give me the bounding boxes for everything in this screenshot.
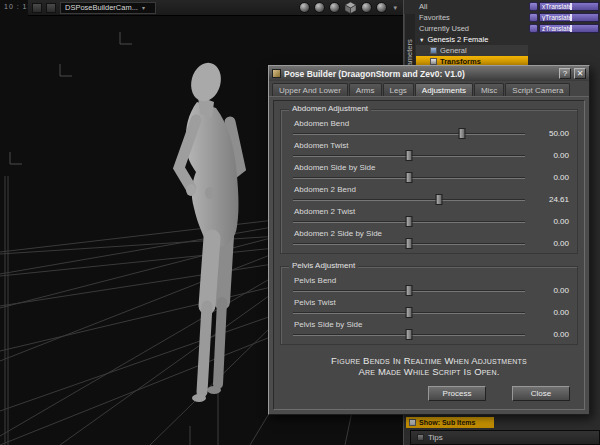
figure-mannequin-icon xyxy=(179,59,240,402)
slider-handle[interactable] xyxy=(406,329,413,340)
show-sub-items-button[interactable]: Show: Sub Items xyxy=(406,417,494,428)
slider-value[interactable]: 0.00 xyxy=(527,217,569,226)
pelvis-twist-slider: Pelvis Twist 0.00 xyxy=(287,298,571,320)
parameters-nav: All Favorites Currently Used ▼ Genesis 2… xyxy=(416,1,528,67)
slider-handle[interactable] xyxy=(570,3,572,10)
pelvis-bend-slider: Pelvis Bend 0.00 xyxy=(287,276,571,298)
close-window-button[interactable]: ✕ xyxy=(574,68,586,79)
slider-value[interactable]: 0.00 xyxy=(527,330,569,339)
toolbar-overflow-icon[interactable]: ▾ xyxy=(391,4,399,12)
slider-handle[interactable] xyxy=(406,172,413,183)
slider-handle[interactable] xyxy=(406,307,413,318)
nav-item-general[interactable]: General xyxy=(416,45,528,56)
tab-script-camera[interactable]: Script Camera xyxy=(505,83,570,96)
dialog-tabs: Upper And Lower Arms Legs Adjustments Mi… xyxy=(269,81,589,97)
nav-item-currently-used[interactable]: Currently Used xyxy=(416,23,528,34)
z-translate-icon xyxy=(529,24,538,33)
dialog-title: Pose Builder (DraagonStorm and Zev0: V1.… xyxy=(284,69,556,79)
slider-handle[interactable] xyxy=(459,128,466,139)
view-cube-icon[interactable] xyxy=(344,1,357,14)
close-button[interactable]: Close xyxy=(512,386,570,401)
nav-item-all[interactable]: All xyxy=(416,1,528,12)
y-translate-slider[interactable]: yTranslate xyxy=(529,12,599,23)
tab-misc[interactable]: Misc xyxy=(474,83,504,96)
tab-adjustments[interactable]: Adjustments xyxy=(415,83,473,96)
abdomen-2-side-by-side-slider: Abdomen 2 Side by Side 0.00 xyxy=(287,229,571,251)
slider-value[interactable]: 0.00 xyxy=(527,239,569,248)
slider-handle[interactable] xyxy=(406,150,413,161)
y-translate-icon xyxy=(529,13,538,22)
slider-handle[interactable] xyxy=(436,194,443,205)
toolbar-pane-icon[interactable] xyxy=(32,3,42,13)
translate-sliders: xTranslate yTranslate zTranslate xyxy=(529,1,599,34)
nav-item-genesis-2-female[interactable]: ▼ Genesis 2 Female xyxy=(416,34,528,45)
help-button[interactable]: ? xyxy=(559,68,571,79)
folder-icon xyxy=(430,47,437,54)
dialog-icon xyxy=(272,69,281,78)
camera-orbit-icon[interactable] xyxy=(299,2,310,13)
abdomen-adjustment-group: Abdomen Adjustment Abdomen Bend 50.00 Ab… xyxy=(280,109,578,254)
camera-frame-icon[interactable] xyxy=(376,2,387,13)
pose-builder-dialog: Pose Builder (DraagonStorm and Zev0: V1.… xyxy=(268,65,590,415)
slider-value[interactable]: 0.00 xyxy=(527,173,569,182)
camera-selector-dropdown[interactable]: DSPoseBuilderCam... ▾ xyxy=(60,2,156,14)
abdomen-2-bend-slider: Abdomen 2 Bend 24.61 xyxy=(287,185,571,207)
slider-handle[interactable] xyxy=(406,238,413,249)
viewport-toolbar: DSPoseBuilderCam... ▾ ▾ xyxy=(28,0,403,16)
tips-bar[interactable]: Tips xyxy=(410,430,600,445)
transforms-icon xyxy=(430,58,437,65)
pelvis-adjustment-group: Pelvis Adjustment Pelvis Bend 0.00 Pelvi… xyxy=(280,266,578,345)
show-icon xyxy=(409,419,416,426)
abdomen-twist-slider: Abdomen Twist 0.00 xyxy=(287,141,571,163)
viewport-corner-brackets-icon xyxy=(10,32,132,164)
camera-dolly-icon[interactable] xyxy=(361,2,372,13)
dialog-buttons: Process Close xyxy=(428,386,570,401)
chevron-down-icon: ▾ xyxy=(142,4,145,11)
realtime-note: Figure Bends In Realtime When Adjustment… xyxy=(280,355,578,377)
expand-arrow-icon[interactable]: ▼ xyxy=(419,37,424,43)
slider-handle[interactable] xyxy=(406,285,413,296)
slider-handle[interactable] xyxy=(570,14,572,21)
camera-selector-label: DSPoseBuilderCam... xyxy=(65,3,138,12)
slider-handle[interactable] xyxy=(570,25,572,32)
tab-upper-and-lower[interactable]: Upper And Lower xyxy=(272,83,348,96)
slider-handle[interactable] xyxy=(406,216,413,227)
process-button[interactable]: Process xyxy=(428,386,486,401)
grid-vertical-lines-icon xyxy=(5,176,218,445)
tab-legs[interactable]: Legs xyxy=(383,83,414,96)
camera-pan-icon[interactable] xyxy=(329,2,340,13)
abdomen-bend-slider: Abdomen Bend 50.00 xyxy=(287,119,571,141)
nav-item-favorites[interactable]: Favorites xyxy=(416,12,528,23)
slider-value[interactable]: 0.00 xyxy=(527,286,569,295)
camera-rotate-icon[interactable] xyxy=(314,2,325,13)
slider-value[interactable]: 24.61 xyxy=(527,195,569,204)
slider-value[interactable]: 0.00 xyxy=(527,151,569,160)
z-translate-slider[interactable]: zTranslate xyxy=(529,23,599,34)
toolbar-options-icon[interactable] xyxy=(46,3,56,13)
abdomen-2-twist-slider: Abdomen 2 Twist 0.00 xyxy=(287,207,571,229)
dialog-content: Abdomen Adjustment Abdomen Bend 50.00 Ab… xyxy=(273,100,585,410)
pelvis-side-by-side-slider: Pelvis Side by Side 0.00 xyxy=(287,320,571,342)
x-translate-icon xyxy=(529,2,538,11)
tab-arms[interactable]: Arms xyxy=(349,83,382,96)
slider-value[interactable]: 50.00 xyxy=(527,129,569,138)
x-translate-slider[interactable]: xTranslate xyxy=(529,1,599,12)
abdomen-side-by-side-slider: Abdomen Side by Side 0.00 xyxy=(287,163,571,185)
tips-icon xyxy=(417,434,424,441)
dialog-titlebar[interactable]: Pose Builder (DraagonStorm and Zev0: V1.… xyxy=(269,66,589,81)
slider-value[interactable]: 0.00 xyxy=(527,308,569,317)
